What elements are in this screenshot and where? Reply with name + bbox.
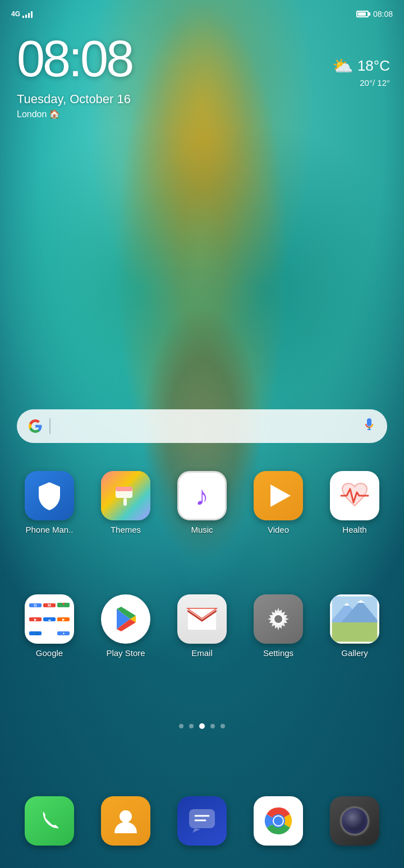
app-health[interactable]: Health (324, 471, 385, 534)
signal-bar-4 (31, 11, 33, 18)
settings-gear-icon (263, 603, 294, 635)
dock-camera[interactable] (324, 796, 385, 846)
app-row-2: G M 📍 ▶ ☁ ▶ 🔵 ✦ Google Play Store (0, 594, 404, 658)
phone-manager-label: Phone Man.. (19, 525, 80, 534)
app-row-1: Phone Man.. Themes ♪ Music Video (0, 471, 404, 534)
health-ecg-icon (338, 479, 371, 513)
messages-icon (177, 796, 227, 846)
google-icon: G M 📍 ▶ ☁ ▶ 🔵 ✦ (25, 594, 74, 644)
search-divider (49, 418, 50, 434)
home-icon: 🏠 (49, 109, 60, 119)
email-icon (177, 594, 227, 644)
gallery-landscape-icon (330, 594, 379, 644)
svg-point-10 (274, 615, 282, 623)
battery-icon (356, 11, 369, 17)
search-bar[interactable] (17, 409, 387, 443)
app-google[interactable]: G M 📍 ▶ ☁ ▶ 🔵 ✦ Google (19, 594, 80, 658)
settings-label: Settings (247, 648, 309, 658)
phone-icon (25, 796, 74, 846)
gallery-icon (330, 594, 379, 644)
battery-fill (358, 12, 366, 16)
themes-brush-icon (111, 481, 140, 510)
temp-low: 12° (377, 78, 390, 87)
svg-rect-4 (116, 487, 132, 491)
app-gallery[interactable]: Gallery (324, 594, 385, 658)
search-input[interactable] (57, 409, 356, 443)
svg-point-25 (274, 816, 283, 825)
play-store-icon (101, 594, 150, 644)
play-store-label: Play Store (95, 648, 157, 658)
contacts-icon (101, 796, 150, 846)
microphone-icon[interactable] (362, 418, 376, 435)
app-email[interactable]: Email (171, 594, 233, 658)
status-time: 08:08 (373, 10, 393, 19)
signal-bars (22, 10, 33, 18)
clock-section: 08:08 Tuesday, October 16 London 🏠 (17, 34, 132, 119)
clock-date: Tuesday, October 16 (17, 92, 131, 107)
chrome-wheel-icon (261, 804, 295, 838)
themes-icon (101, 471, 150, 520)
network-type: 4G (11, 10, 20, 18)
search-input-wrapper[interactable] (17, 409, 387, 443)
dock-messages[interactable] (171, 796, 233, 846)
signal-bar-3 (28, 13, 30, 18)
music-icon: ♪ (177, 471, 227, 520)
settings-icon (254, 594, 303, 644)
weather-range: 20°/ 12° (332, 78, 390, 87)
music-note-icon: ♪ (195, 481, 209, 511)
person-icon (111, 806, 140, 835)
location-display: London 🏠 (17, 109, 132, 119)
themes-label: Themes (95, 525, 157, 534)
page-dot-3[interactable] (199, 723, 205, 729)
app-themes[interactable]: Themes (95, 471, 157, 534)
signal-bar-1 (22, 16, 24, 18)
dock (0, 796, 404, 846)
app-video[interactable]: Video (247, 471, 309, 534)
signal-bar-2 (25, 15, 27, 18)
weather-widget: ⛅ 18°C 20°/ 12° (332, 56, 390, 87)
temp-high: 20° (360, 78, 373, 87)
google-label: Google (19, 648, 80, 658)
page-dot-1[interactable] (179, 724, 183, 728)
clock-time: 08:08 (17, 34, 132, 84)
svg-rect-17 (330, 622, 379, 644)
location-name: London (17, 109, 47, 119)
svg-rect-3 (123, 498, 127, 506)
page-dot-5[interactable] (221, 724, 225, 728)
app-phone-manager[interactable]: Phone Man.. (19, 471, 80, 534)
phone-manager-icon (25, 471, 74, 520)
video-label: Video (247, 525, 309, 534)
gallery-label: Gallery (324, 648, 385, 658)
page-dot-4[interactable] (210, 724, 215, 728)
temperature-value: 18°C (357, 57, 390, 75)
app-settings[interactable]: Settings (247, 594, 309, 658)
dock-phone[interactable] (19, 796, 80, 846)
video-icon (254, 471, 303, 520)
chat-bubble-icon (187, 807, 217, 835)
weather-temp: ⛅ 18°C (332, 56, 390, 76)
page-dots (0, 723, 404, 729)
camera-lens-icon (340, 806, 369, 835)
battery-indicator (356, 11, 369, 17)
svg-point-19 (120, 810, 132, 823)
health-icon (330, 471, 379, 520)
email-label: Email (171, 648, 233, 658)
music-label: Music (171, 525, 233, 534)
health-label: Health (324, 525, 385, 534)
page-dot-2[interactable] (189, 724, 194, 728)
chrome-icon (254, 796, 303, 846)
phone-handset-icon (35, 807, 63, 835)
weather-icon: ⛅ (332, 56, 353, 76)
dock-contacts[interactable] (95, 796, 157, 846)
status-left: 4G (11, 10, 33, 18)
google-logo (28, 419, 43, 433)
play-store-triangle-icon (111, 604, 140, 634)
app-music[interactable]: ♪ Music (171, 471, 233, 534)
status-bar: 4G 08:08 (0, 0, 404, 28)
svg-rect-20 (189, 809, 215, 828)
app-play-store[interactable]: Play Store (95, 594, 157, 658)
play-icon (270, 484, 291, 507)
status-right: 08:08 (356, 10, 393, 19)
dock-chrome[interactable] (247, 796, 309, 846)
camera-icon (330, 796, 379, 846)
